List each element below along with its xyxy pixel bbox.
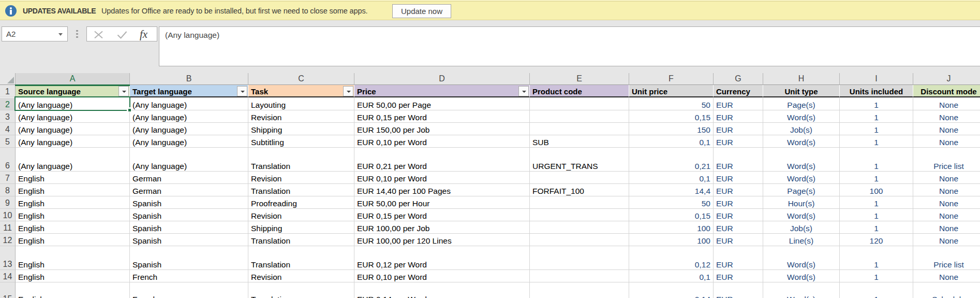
svg-text:fx: fx bbox=[140, 28, 148, 40]
